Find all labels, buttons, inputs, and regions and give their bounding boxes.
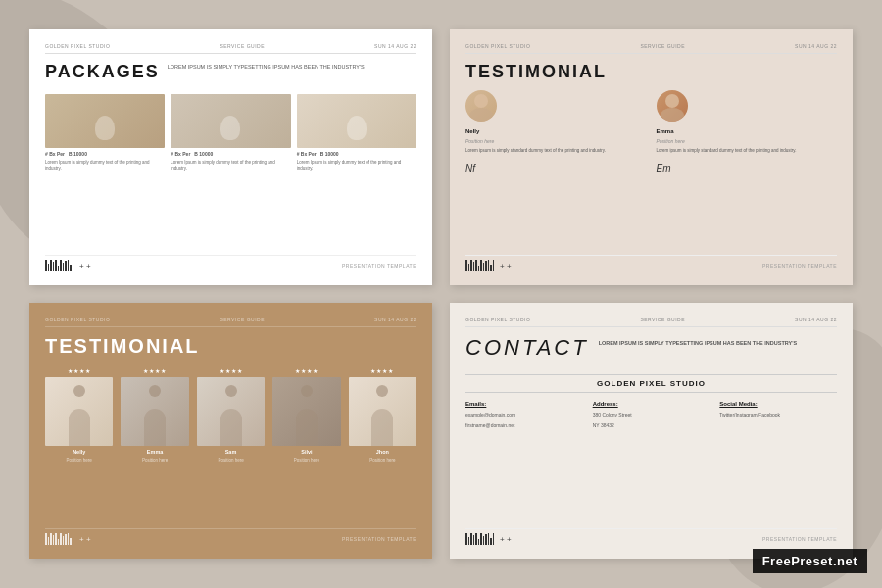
contact-title: Contact: [466, 335, 589, 361]
contact-info: Emails: example@domain.com firstname@dom…: [466, 401, 837, 429]
testimonial-brown-title: TESTIMONIAL: [45, 335, 416, 358]
package-item-2: # Bx Per B 10000 Lorem Ipsum is simply d…: [171, 94, 290, 172]
package-price-1: # Bx Per B 10000: [45, 151, 165, 157]
brown-pos-1: Position here: [67, 458, 92, 463]
contact-col-social: Social Media: Twitter/Instagram/Facebook: [719, 401, 837, 429]
contact-col-address: Address: 380 Colony Street NY 38432: [593, 401, 710, 429]
avatar-2: [657, 90, 688, 122]
studio-name: GOLDEN PIXEL STUDIO: [45, 317, 110, 322]
barcode-plus: + +: [500, 535, 512, 544]
stars-1: ★★★★: [68, 368, 91, 374]
brown-img-2: [121, 377, 188, 446]
slide-footer: + + PRESENTATION TEMPLATE: [466, 528, 837, 545]
person-name-2: Emma: [657, 128, 838, 134]
barcode: + +: [45, 260, 91, 271]
signature-1: Nf: [466, 163, 647, 173]
brown-pos-2: Position here: [142, 458, 168, 463]
barcode-plus: + +: [79, 535, 91, 544]
package-text-3: Lorem Ipsum is simply dummy text of the …: [297, 160, 416, 172]
contact-slide: GOLDEN PIXEL STUDIO SERVICE GUIDE SUN 14…: [450, 303, 853, 559]
email-label: Emails:: [466, 401, 583, 407]
studio-name: GOLDEN PIXEL STUDIO: [466, 317, 530, 322]
package-text-1: Lorem Ipsum is simply dummy text of the …: [45, 160, 165, 172]
barcode-lines: [466, 260, 494, 271]
signature-2: Em: [657, 163, 838, 173]
footer-label: PRESENTATION TEMPLATE: [342, 536, 416, 542]
brown-name-2: Emma: [147, 449, 164, 455]
packages-description: LOREM IPSUM IS SIMPLY TYPESETTING IPSUM …: [168, 62, 416, 88]
testimonial-brown-slide: GOLDEN PIXEL STUDIO SERVICE GUIDE SUN 14…: [29, 303, 432, 559]
slide-header: GOLDEN PIXEL STUDIO SERVICE GUIDE SUN 14…: [466, 43, 837, 54]
brown-pos-4: Position here: [294, 458, 319, 463]
testimonial-top-slide: GOLDEN PIXEL STUDIO SERVICE GUIDE SUN 14…: [450, 29, 853, 285]
testimonial-cards: Nelly Position here Lorem ipsum is simpl…: [466, 90, 837, 173]
barcode: + +: [45, 533, 91, 545]
barcode-lines: [45, 260, 74, 271]
packages-images: # Bx Per B 10000 Lorem Ipsum is simply d…: [45, 94, 416, 172]
brown-test-1: ★★★★ Nelly Position here: [45, 368, 113, 528]
studio-name: GOLDEN PIXEL STUDIO: [466, 43, 530, 49]
brown-img-3: [197, 377, 265, 446]
slide-header: GOLDEN PIXEL STUDIO SERVICE GUIDE SUN 14…: [45, 317, 416, 327]
packages-top: PACKAGES LOREM IPSUM IS SIMPLY TYPESETTI…: [45, 62, 416, 88]
stars-5: ★★★★: [370, 368, 394, 374]
slide-header: GOLDEN PIXEL STUDIO SERVICE GUIDE SUN 14…: [45, 43, 416, 54]
studio-name: GOLDEN PIXEL STUDIO: [45, 43, 110, 49]
person-position-2: Position here: [657, 138, 838, 144]
contact-description: LOREM IPSUM IS SIMPLY TYPESETTING IPSUM …: [599, 335, 837, 347]
brown-pos-3: Position here: [218, 458, 243, 463]
brown-test-3: ★★★★ Sam Position here: [197, 368, 265, 528]
contact-col-email: Emails: example@domain.com firstname@dom…: [466, 401, 583, 429]
brown-test-2: ★★★★ Emma Position here: [121, 368, 188, 528]
brown-testimonials: ★★★★ Nelly Position here ★★★★ Emma Posit…: [45, 368, 416, 528]
social-label: Social Media:: [719, 401, 837, 407]
package-image-1: [45, 94, 165, 148]
barcode: + +: [466, 533, 512, 545]
packages-title: PACKAGES: [45, 62, 160, 82]
address-value-2: NY 38432: [593, 422, 710, 430]
social-value: Twitter/Instagram/Facebook: [719, 412, 837, 419]
person-position-1: Position here: [466, 138, 647, 144]
stars-3: ★★★★: [220, 368, 243, 374]
package-item-3: # Bx Per B 10000 Lorem Ipsum is simply d…: [297, 94, 416, 172]
package-price-3: # Bx Per B 10000: [297, 151, 416, 157]
brown-test-5: ★★★★ Jhon Position here: [349, 368, 416, 528]
barcode-lines: [45, 533, 74, 545]
brown-name-3: Sam: [225, 449, 237, 455]
brown-img-4: [272, 377, 340, 446]
package-item-1: # Bx Per B 10000 Lorem Ipsum is simply d…: [45, 94, 165, 172]
packages-slide: GOLDEN PIXEL STUDIO SERVICE GUIDE SUN 14…: [29, 29, 432, 285]
package-price-2: # Bx Per B 10000: [171, 151, 290, 157]
stars-4: ★★★★: [295, 368, 318, 374]
slide-footer: + + PRESENTATION TEMPLATE: [45, 255, 416, 271]
email-value-2: firstname@domain.net: [466, 422, 583, 430]
footer-label: PRESENTATION TEMPLATE: [762, 536, 837, 542]
guide-label: SERVICE GUIDE: [640, 317, 685, 322]
contact-studio-name: GOLDEN PIXEL STUDIO: [466, 374, 837, 393]
brown-name-5: Jhon: [376, 449, 389, 455]
avatar-face-2: [657, 90, 688, 122]
barcode-lines: [466, 533, 494, 545]
guide-label: SERVICE GUIDE: [640, 43, 685, 49]
address-value-1: 380 Colony Street: [593, 412, 710, 419]
barcode-plus: + +: [79, 262, 91, 270]
guide-label: SERVICE GUIDE: [220, 317, 265, 322]
package-image-2: [171, 94, 290, 148]
footer-label: PRESENTATION TEMPLATE: [342, 263, 416, 269]
footer-label: PRESENTATION TEMPLATE: [762, 263, 837, 269]
brown-pos-5: Position here: [369, 458, 395, 463]
person-text-1: Lorem ipsum is simply standard dummy tex…: [466, 148, 647, 155]
packages-title-block: PACKAGES: [45, 62, 160, 88]
testimonial-card-2: Emma Position here Lorem ipsum is simply…: [657, 90, 838, 173]
avatar-face-1: [466, 90, 497, 122]
brown-img-5: [349, 377, 416, 446]
date-label: SUN 14 AUG 22: [374, 317, 416, 322]
person-name-1: Nelly: [466, 128, 647, 134]
package-text-2: Lorem Ipsum is simply dummy text of the …: [171, 160, 290, 172]
stars-2: ★★★★: [143, 368, 167, 374]
email-value-1: example@domain.com: [466, 412, 583, 419]
brown-img-1: [45, 377, 113, 446]
person-text-2: Lorem ipsum is simply standard dummy tex…: [657, 148, 838, 155]
slide-footer: + + PRESENTATION TEMPLATE: [466, 255, 837, 271]
barcode-plus: + +: [500, 262, 512, 270]
